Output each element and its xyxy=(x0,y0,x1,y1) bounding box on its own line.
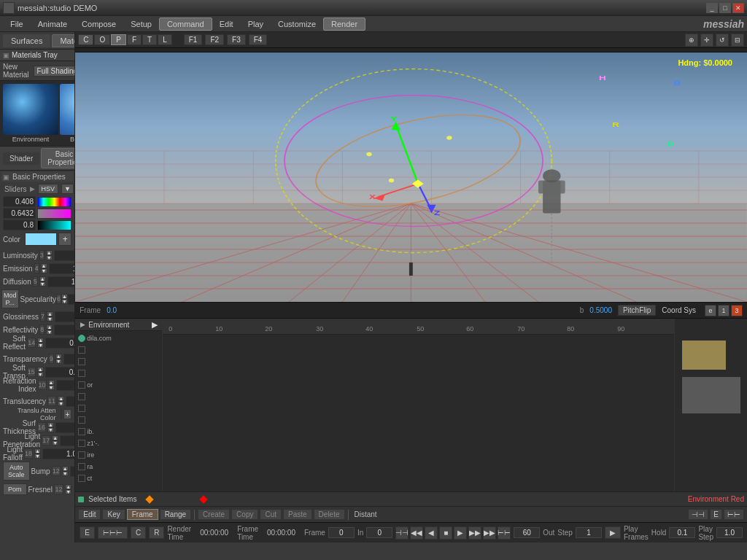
maximize-button[interactable]: □ xyxy=(719,3,731,13)
footer-e-btn[interactable]: E xyxy=(80,526,95,539)
pitch-flip-btn[interactable]: PitchFlip xyxy=(618,305,656,316)
pom-button[interactable]: Pom xyxy=(3,483,27,495)
prev-key-btn[interactable]: ◀ xyxy=(425,526,438,540)
emission-input[interactable] xyxy=(49,263,75,274)
color-swatch[interactable] xyxy=(25,233,57,246)
tree-collapse-btn[interactable]: ▶ xyxy=(78,320,87,329)
play-step-input[interactable] xyxy=(716,527,743,538)
luminosity-num[interactable]: 3 xyxy=(39,250,44,260)
surf-thickness-down[interactable]: ▼ xyxy=(47,427,54,432)
luminosity-down[interactable]: ▼ xyxy=(46,255,53,260)
step-back-btn[interactable]: ◀◀ xyxy=(410,526,423,540)
menu-setup[interactable]: Setup xyxy=(123,18,159,30)
footer-r-btn[interactable]: R xyxy=(149,526,164,539)
key-btn[interactable]: Key xyxy=(102,509,125,520)
translucency-up[interactable]: ▲ xyxy=(58,396,64,401)
transparency-up[interactable]: ▲ xyxy=(55,354,62,359)
vp-btn-t[interactable]: T xyxy=(142,34,157,45)
vp-icon-grid[interactable]: ⊕ xyxy=(685,34,698,47)
copy-btn[interactable]: Copy xyxy=(231,509,258,520)
menu-compose[interactable]: Compose xyxy=(74,18,123,30)
specularity-down[interactable]: ▼ xyxy=(61,299,68,304)
tree-expand-btn[interactable]: ▶ xyxy=(150,320,159,329)
bump-down[interactable]: ▼ xyxy=(62,471,69,476)
cut-btn[interactable]: Cut xyxy=(260,509,282,520)
step-input[interactable] xyxy=(576,527,602,538)
step-fwd-btn[interactable]: ▶▶ xyxy=(483,526,496,540)
shader-tab-basic[interactable]: Basic Properties xyxy=(41,148,75,168)
surf-thickness-input[interactable] xyxy=(55,422,74,433)
hsl-input-1[interactable] xyxy=(3,196,36,207)
light-falloff-up[interactable]: ▲ xyxy=(34,448,41,454)
soft-reflect-input[interactable] xyxy=(45,338,74,349)
glossiness-down[interactable]: ▼ xyxy=(47,316,53,322)
menu-render[interactable]: Render xyxy=(323,18,365,31)
go-start-btn[interactable]: ⊣⊣ xyxy=(395,526,409,540)
tree-checkbox-2[interactable] xyxy=(78,358,85,365)
tree-checkbox-11[interactable] xyxy=(78,463,85,470)
diffusion-up[interactable]: ▲ xyxy=(39,276,46,281)
tree-checkbox-7[interactable] xyxy=(78,416,85,424)
diffusion-down[interactable]: ▼ xyxy=(39,281,46,287)
edit-btn[interactable]: Edit xyxy=(78,509,101,520)
step-arrow-btn[interactable]: ▶ xyxy=(605,526,621,539)
soft-reflect-num[interactable]: 14 xyxy=(27,338,36,348)
glossiness-input[interactable] xyxy=(55,311,74,322)
luminosity-up[interactable]: ▲ xyxy=(46,250,53,255)
tree-checkbox-4[interactable] xyxy=(78,381,85,389)
stop-btn[interactable]: ■ xyxy=(439,526,452,540)
light-falloff-num[interactable]: 18 xyxy=(24,448,33,459)
refraction-down[interactable]: ▼ xyxy=(48,385,55,390)
emission-num[interactable]: 4 xyxy=(34,263,39,273)
surf-thickness-up[interactable]: ▲ xyxy=(47,422,54,427)
mat-environment[interactable]: Environment xyxy=(3,84,58,143)
translucency-input[interactable] xyxy=(66,396,74,407)
minimize-button[interactable]: _ xyxy=(706,3,718,13)
vp-mode-e[interactable]: e xyxy=(705,305,716,316)
soft-transp-down[interactable]: ▼ xyxy=(37,372,44,377)
tree-checkbox-3[interactable] xyxy=(78,370,85,377)
vp-icon-crosshair[interactable]: ✛ xyxy=(700,34,713,47)
frame-input[interactable] xyxy=(328,527,355,538)
bump-num[interactable]: 12 xyxy=(52,466,61,476)
reflectivity-num[interactable]: 8 xyxy=(39,324,44,335)
vp-f4[interactable]: F4 xyxy=(249,34,268,45)
diffusion-input[interactable] xyxy=(47,276,75,287)
tree-checkbox-6[interactable] xyxy=(78,405,85,412)
mat-background[interactable]: Background xyxy=(60,84,75,143)
bump-input[interactable] xyxy=(70,466,75,477)
specularity-input[interactable] xyxy=(68,294,74,305)
menu-customize[interactable]: Customize xyxy=(271,18,323,30)
soft-transp-num[interactable]: 15 xyxy=(27,367,36,377)
vp-mode-1[interactable]: 1 xyxy=(718,305,729,316)
vp-btn-l[interactable]: L xyxy=(158,34,172,45)
tree-checkbox-5[interactable] xyxy=(78,393,85,400)
emission-up[interactable]: ▲ xyxy=(41,263,47,268)
menu-file[interactable]: File xyxy=(3,18,31,30)
bump-up[interactable]: ▲ xyxy=(62,466,69,471)
transparency-down[interactable]: ▼ xyxy=(55,359,62,364)
vp-btn-o[interactable]: O xyxy=(94,34,110,45)
paste-btn[interactable]: Paste xyxy=(283,509,312,520)
soft-transp-up[interactable]: ▲ xyxy=(37,367,44,372)
tl-end-btn[interactable]: E xyxy=(710,509,722,520)
refraction-input[interactable] xyxy=(56,380,75,391)
refraction-num[interactable]: 10 xyxy=(38,380,47,390)
tree-checkbox-8[interactable] xyxy=(78,428,85,435)
vp-f2[interactable]: F2 xyxy=(205,34,224,45)
play-btn[interactable]: ▶ xyxy=(454,526,467,540)
light-falloff-down[interactable]: ▼ xyxy=(34,454,41,459)
tree-checkbox-10[interactable] xyxy=(78,451,85,459)
glossiness-num[interactable]: 7 xyxy=(40,311,45,322)
menu-play[interactable]: Play xyxy=(241,18,271,30)
hsv-btn[interactable]: HSV xyxy=(38,184,59,194)
create-btn[interactable]: Create xyxy=(198,509,230,520)
vp-mode-3[interactable]: 3 xyxy=(731,305,743,316)
fresnel-num[interactable]: 12 xyxy=(54,484,63,494)
go-end-btn[interactable]: ⊢⊢ xyxy=(498,526,511,540)
menu-animate[interactable]: Animate xyxy=(31,18,74,30)
vp-icon-rotate[interactable]: ↺ xyxy=(716,34,729,47)
vp-f1[interactable]: F1 xyxy=(184,34,203,45)
hsl-input-3[interactable] xyxy=(3,219,36,230)
footer-c-btn[interactable]: C xyxy=(131,526,146,539)
